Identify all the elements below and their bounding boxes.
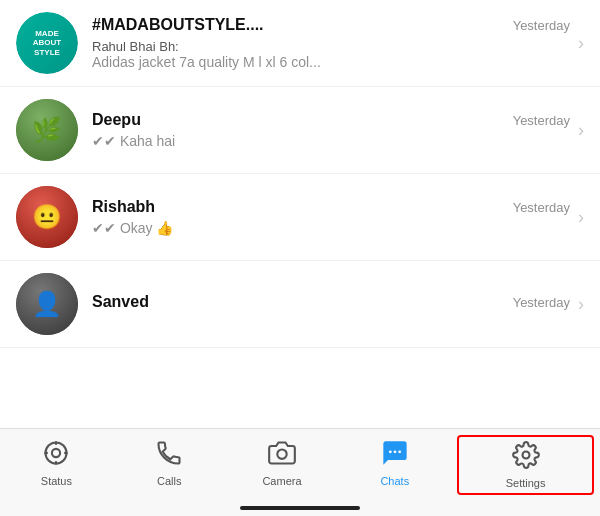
chat-message-madabout: Adidas jacket 7a quality M l xl 6 col...: [92, 54, 452, 70]
svg-point-7: [389, 450, 392, 453]
nav-label-camera: Camera: [262, 475, 301, 487]
nav-label-chats: Chats: [380, 475, 409, 487]
svg-point-0: [46, 443, 67, 464]
avatar-sanved: 👤: [16, 273, 78, 335]
chat-item-sanved[interactable]: 👤 Sanved Yesterday ›: [0, 261, 600, 348]
chevron-rishabh: ›: [578, 207, 584, 228]
nav-label-status: Status: [41, 475, 72, 487]
status-icon: [42, 439, 70, 471]
chat-time-rishabh: Yesterday: [513, 200, 570, 215]
nav-item-calls[interactable]: Calls: [113, 439, 226, 487]
chat-list: MADEABOUTSTYLE #MADABOUTSTYLE.... Yester…: [0, 0, 600, 348]
home-indicator: [240, 506, 360, 510]
chat-header-rishabh: Rishabh Yesterday: [92, 198, 570, 216]
sub-name-madabout: Rahul Bhai Bh:: [92, 39, 179, 54]
nav-label-settings: Settings: [506, 477, 546, 489]
chat-preview-deepu: ✔✔ Kaha hai: [92, 133, 452, 149]
chat-header-deepu: Deepu Yesterday: [92, 111, 570, 129]
nav-item-status[interactable]: Status: [0, 439, 113, 487]
chat-content-rishabh: Rishabh Yesterday ✔✔ Okay 👍: [92, 198, 570, 236]
nav-item-chats[interactable]: Chats: [338, 439, 451, 487]
chats-icon: [381, 439, 409, 471]
chat-header-sanved: Sanved Yesterday: [92, 293, 570, 311]
chat-name-madabout: #MADABOUTSTYLE....: [92, 16, 264, 34]
chevron-madabout: ›: [578, 33, 584, 54]
chat-preview-rishabh: ✔✔ Okay 👍: [92, 220, 452, 236]
bottom-nav: Status Calls Camera Cha: [0, 428, 600, 516]
chat-time-deepu: Yesterday: [513, 113, 570, 128]
avatar-madabout: MADEABOUTSTYLE: [16, 12, 78, 74]
svg-point-10: [522, 452, 529, 459]
chat-content-deepu: Deepu Yesterday ✔✔ Kaha hai: [92, 111, 570, 149]
avatar-rishabh: 😐: [16, 186, 78, 248]
chat-time-sanved: Yesterday: [513, 295, 570, 310]
svg-point-6: [277, 450, 286, 459]
chat-name-deepu: Deepu: [92, 111, 141, 129]
chat-header-madabout: #MADABOUTSTYLE.... Yesterday: [92, 16, 570, 34]
chat-content-sanved: Sanved Yesterday: [92, 293, 570, 315]
chat-time-madabout: Yesterday: [513, 18, 570, 33]
nav-item-settings[interactable]: Settings: [457, 435, 594, 495]
calls-icon: [155, 439, 183, 471]
chat-preview-madabout: Rahul Bhai Bh:: [92, 38, 452, 54]
nav-label-calls: Calls: [157, 475, 181, 487]
chat-name-sanved: Sanved: [92, 293, 149, 311]
svg-point-9: [398, 450, 401, 453]
chat-content-madabout: #MADABOUTSTYLE.... Yesterday Rahul Bhai …: [92, 16, 570, 70]
chevron-sanved: ›: [578, 294, 584, 315]
svg-point-8: [393, 450, 396, 453]
chat-item-deepu[interactable]: 🌿 Deepu Yesterday ✔✔ Kaha hai ›: [0, 87, 600, 174]
settings-icon: [512, 441, 540, 473]
avatar-deepu: 🌿: [16, 99, 78, 161]
camera-icon: [268, 439, 296, 471]
chat-item-rishabh[interactable]: 😐 Rishabh Yesterday ✔✔ Okay 👍 ›: [0, 174, 600, 261]
chat-item-madabout[interactable]: MADEABOUTSTYLE #MADABOUTSTYLE.... Yester…: [0, 0, 600, 87]
chevron-deepu: ›: [578, 120, 584, 141]
nav-item-camera[interactable]: Camera: [226, 439, 339, 487]
svg-point-1: [52, 449, 60, 457]
chat-name-rishabh: Rishabh: [92, 198, 155, 216]
